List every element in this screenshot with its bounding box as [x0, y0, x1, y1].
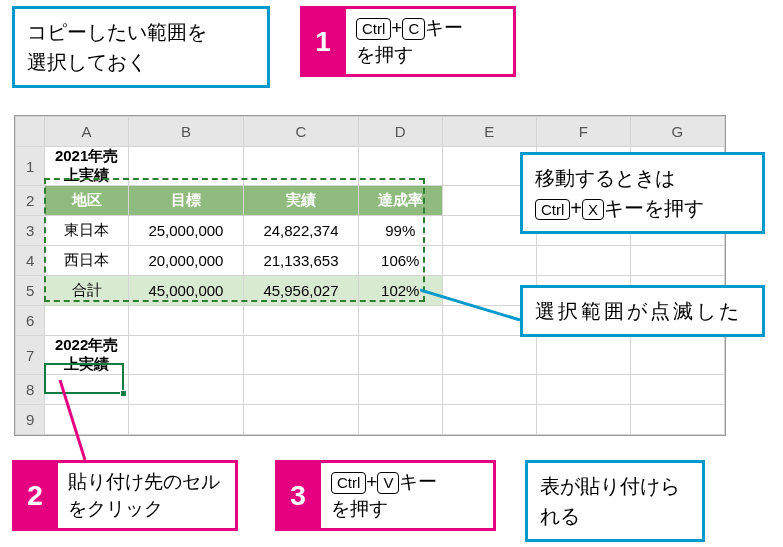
step-body: Ctrl+Vキー を押す [321, 460, 496, 531]
cell[interactable]: 合計 [45, 276, 129, 306]
row-header[interactable]: 1 [16, 147, 45, 186]
ctrl-key-icon: Ctrl [356, 18, 391, 40]
step-2: 2 貼り付け先のセルをクリック [12, 460, 238, 531]
step-body: 貼り付け先のセルをクリック [58, 460, 238, 531]
c-key-icon: C [402, 18, 425, 40]
table-row[interactable]: 9 [16, 405, 725, 435]
callout-text: コピーしたい範囲を 選択しておく [27, 21, 207, 73]
step-1: 1 Ctrl+Cキー を押す [300, 6, 516, 77]
cell-title[interactable]: 2022年売上実績 [45, 336, 129, 375]
cell[interactable]: 目標 [128, 186, 243, 216]
row-header[interactable]: 4 [16, 246, 45, 276]
cell[interactable]: 東日本 [45, 216, 129, 246]
table-row[interactable]: 4 西日本 20,000,000 21,133,653 106% [16, 246, 725, 276]
callout-text: 表が貼り付けられる [540, 475, 680, 527]
callout-text: 選択範囲が点滅した [535, 300, 742, 322]
col-header[interactable]: C [243, 117, 358, 147]
cell[interactable]: 21,133,653 [243, 246, 358, 276]
step-body: Ctrl+Cキー を押す [346, 6, 516, 77]
cell[interactable]: 25,000,000 [128, 216, 243, 246]
step-number: 3 [275, 460, 321, 531]
col-header[interactable]: F [536, 117, 630, 147]
row-header[interactable]: 5 [16, 276, 45, 306]
table-row[interactable]: 72022年売上実績 [16, 336, 725, 375]
ctrl-key-icon: Ctrl [331, 472, 366, 494]
callout-paste-result: 表が貼り付けられる [525, 460, 705, 542]
col-header[interactable]: G [630, 117, 724, 147]
col-header[interactable]: B [128, 117, 243, 147]
step-number: 2 [12, 460, 58, 531]
row-header[interactable]: 3 [16, 216, 45, 246]
cell[interactable]: 99% [358, 216, 442, 246]
cell[interactable]: 20,000,000 [128, 246, 243, 276]
fill-handle-icon[interactable] [120, 390, 127, 397]
callout-select-range: コピーしたい範囲を 選択しておく [12, 6, 270, 88]
v-key-icon: V [377, 472, 399, 494]
col-header-row: A B C D E F G [16, 117, 725, 147]
col-header[interactable]: D [358, 117, 442, 147]
cell[interactable]: 達成率 [358, 186, 442, 216]
row-header[interactable]: 2 [16, 186, 45, 216]
row-header[interactable]: 6 [16, 306, 45, 336]
col-header[interactable]: E [442, 117, 536, 147]
cell[interactable]: 45,000,000 [128, 276, 243, 306]
callout-move: 移動するときは Ctrl+Xキーを押す [520, 152, 765, 234]
row-header[interactable]: 9 [16, 405, 45, 435]
cell[interactable]: 45,956,027 [243, 276, 358, 306]
cell[interactable]: 地区 [45, 186, 129, 216]
cell[interactable]: 実績 [243, 186, 358, 216]
cell[interactable]: 106% [358, 246, 442, 276]
cell-title[interactable]: 2021年売上実績 [45, 147, 129, 186]
step-3: 3 Ctrl+Vキー を押す [275, 460, 496, 531]
callout-blink: 選択範囲が点滅した [520, 285, 765, 337]
cell[interactable]: 24,822,374 [243, 216, 358, 246]
step-number: 1 [300, 6, 346, 77]
ctrl-key-icon: Ctrl [535, 199, 570, 221]
row-header[interactable]: 8 [16, 375, 45, 405]
cell[interactable]: 102% [358, 276, 442, 306]
callout-text: 移動するときは [535, 167, 675, 189]
col-header[interactable]: A [45, 117, 129, 147]
x-key-icon: X [582, 199, 604, 221]
row-header[interactable]: 7 [16, 336, 45, 375]
cell[interactable]: 西日本 [45, 246, 129, 276]
